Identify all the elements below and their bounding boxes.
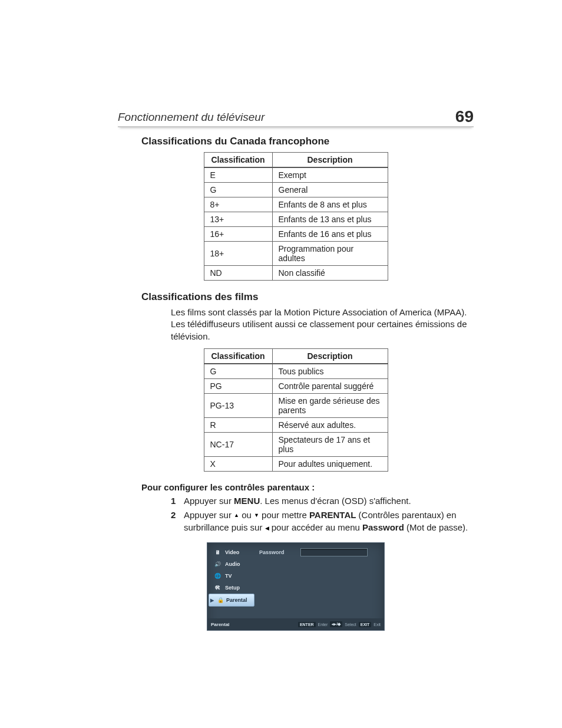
- cell-description: Enfants de 16 ans et plus: [272, 227, 388, 242]
- key-menu: MENU: [234, 496, 260, 506]
- cell-classification: G: [204, 364, 272, 379]
- col-classification: Classification: [204, 153, 272, 168]
- tv-icon: 🌐: [213, 573, 222, 579]
- step-1: 1 Appuyer sur MENU. Les menus d'écran (O…: [171, 495, 474, 508]
- cell-classification: 18+: [204, 242, 272, 266]
- cell-classification: PG-13: [204, 393, 272, 417]
- table-row: NC-17Spectateurs de 17 ans et plus: [204, 432, 388, 456]
- instructions-title: Pour configurer les contrôles parentaux …: [141, 482, 474, 492]
- osd-select-tag: ◂▸/◆: [330, 621, 342, 627]
- col-description: Description: [272, 348, 388, 364]
- page-header: Fonctionnement du téléviseur 69: [118, 106, 474, 127]
- osd-menu-label: Setup: [225, 585, 240, 591]
- table-header-row: Classification Description: [204, 153, 388, 168]
- cell-classification: 16+: [204, 227, 272, 242]
- table-canada-fr: Classification Description EExemptGGener…: [204, 152, 388, 281]
- video-icon: 🖥: [213, 549, 222, 555]
- page-number: 69: [455, 107, 474, 126]
- table-row: PG-13Mise en garde sérieuse des parents: [204, 393, 388, 417]
- films-intro: Les films sont classés par la Motion Pic…: [171, 307, 474, 342]
- setup-icon: 🛠: [213, 585, 222, 591]
- cell-description: General: [272, 183, 388, 197]
- osd-menu-label: Parental: [226, 597, 247, 603]
- osd-menu-parental[interactable]: ▶ 🔒 Parental: [209, 594, 254, 607]
- cell-classification: 8+: [204, 197, 272, 212]
- arrow-down-icon: ▼: [254, 513, 259, 518]
- cell-description: Pour adultes uniquement.: [272, 456, 388, 471]
- osd-enter-tag: ENTER: [298, 622, 316, 627]
- step-number: 1: [171, 495, 176, 508]
- cell-description: Programmation pour adultes: [272, 242, 388, 266]
- table-row: PGContrôle parental suggéré: [204, 378, 388, 393]
- cell-classification: X: [204, 456, 272, 471]
- cell-classification: NC-17: [204, 432, 272, 456]
- osd-enter-text: Enter: [318, 622, 328, 627]
- cell-description: Spectateurs de 17 ans et plus: [272, 432, 388, 456]
- table-row: XPour adultes uniquement.: [204, 456, 388, 471]
- cell-classification: E: [204, 167, 272, 183]
- osd-footer: Parental ENTER Enter ◂▸/◆ Select EXIT Ex…: [207, 618, 384, 630]
- table-films: Classification Description GTous publics…: [204, 348, 388, 472]
- table-row: GTous publics: [204, 364, 388, 379]
- osd-password-input[interactable]: [300, 548, 368, 556]
- osd-content: Password: [256, 543, 384, 618]
- key-parental: PARENTAL: [309, 510, 356, 520]
- table-row: RRéservé aux adultes.: [204, 417, 388, 432]
- step-2: 2 Appuyer sur ▲ ou ▼ pour mettre PARENTA…: [171, 509, 474, 535]
- table-row: 8+Enfants de 8 ans et plus: [204, 197, 388, 212]
- heading-films: Classifications des films: [141, 291, 474, 303]
- osd-hints: ENTER Enter ◂▸/◆ Select EXIT Exit: [298, 621, 381, 627]
- osd-exit-tag: EXIT: [359, 622, 372, 627]
- instructions-list: 1 Appuyer sur MENU. Les menus d'écran (O…: [171, 495, 474, 534]
- step-text: Appuyer sur ▲ ou ▼ pour mettre PARENTAL …: [184, 510, 468, 533]
- col-description: Description: [272, 153, 388, 168]
- heading-canada-fr: Classifications du Canada francophone: [141, 136, 474, 147]
- document-page: Fonctionnement du téléviseur 69 Classifi…: [0, 0, 562, 728]
- table-header-row: Classification Description: [204, 348, 388, 364]
- chevron-right-icon: ▶: [210, 598, 214, 603]
- cell-description: Tous publics: [272, 364, 388, 379]
- osd-breadcrumb: Parental: [211, 622, 230, 627]
- osd-menu-setup[interactable]: 🛠 Setup: [207, 582, 256, 594]
- cell-description: Mise en garde sérieuse des parents: [272, 393, 388, 417]
- cell-classification: G: [204, 183, 272, 197]
- cell-description: Enfants de 8 ans et plus: [272, 197, 388, 212]
- step-text: Appuyer sur MENU. Les menus d'écran (OSD…: [184, 496, 411, 506]
- col-classification: Classification: [204, 348, 272, 364]
- table-row: EExempt: [204, 167, 388, 183]
- step-number: 2: [171, 509, 176, 522]
- cell-classification: ND: [204, 266, 272, 281]
- parental-icon: 🔒: [216, 597, 224, 603]
- osd-body: 🖥 Video 🔊 Audio 🌐 TV 🛠 Setup ▶ 🔒: [207, 543, 384, 618]
- osd-menu-label: TV: [225, 573, 232, 579]
- osd-menu-video[interactable]: 🖥 Video: [207, 546, 256, 558]
- audio-icon: 🔊: [213, 561, 222, 567]
- cell-description: Enfants de 13 ans et plus: [272, 212, 388, 227]
- osd-sidebar: 🖥 Video 🔊 Audio 🌐 TV 🛠 Setup ▶ 🔒: [207, 543, 256, 618]
- cell-classification: PG: [204, 378, 272, 393]
- table-row: 18+Programmation pour adultes: [204, 242, 388, 266]
- cell-classification: 13+: [204, 212, 272, 227]
- table-row: 13+Enfants de 13 ans et plus: [204, 212, 388, 227]
- table-row: NDNon classifié: [204, 266, 388, 281]
- cell-description: Réservé aux adultes.: [272, 417, 388, 432]
- arrow-left-icon: ◀: [265, 526, 269, 531]
- table-row: 16+Enfants de 16 ans et plus: [204, 227, 388, 242]
- osd-menu-tv[interactable]: 🌐 TV: [207, 570, 256, 582]
- arrow-up-icon: ▲: [234, 513, 239, 518]
- osd-menu-audio[interactable]: 🔊 Audio: [207, 558, 256, 570]
- osd-field-label: Password: [256, 549, 300, 555]
- osd-select-text: Select: [345, 622, 356, 627]
- osd-menu-label: Video: [225, 549, 239, 555]
- key-password: Password: [362, 522, 404, 532]
- cell-classification: R: [204, 417, 272, 432]
- table-row: GGeneral: [204, 183, 388, 197]
- cell-description: Exempt: [272, 167, 388, 183]
- cell-description: Contrôle parental suggéré: [272, 378, 388, 393]
- osd-password-row: Password: [256, 546, 384, 558]
- cell-description: Non classifié: [272, 266, 388, 281]
- osd-screenshot: 🖥 Video 🔊 Audio 🌐 TV 🛠 Setup ▶ 🔒: [207, 542, 385, 631]
- chapter-title: Fonctionnement du téléviseur: [118, 111, 265, 124]
- osd-exit-text: Exit: [373, 622, 381, 627]
- osd-menu-label: Audio: [225, 561, 240, 567]
